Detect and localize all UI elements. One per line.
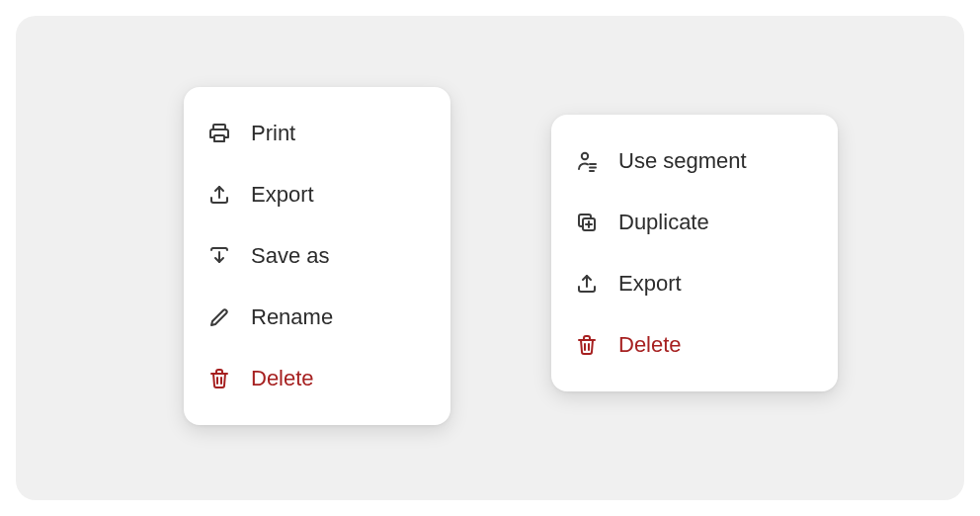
menu-item-label: Export — [251, 184, 314, 206]
menu-item-label: Save as — [251, 245, 330, 267]
menu-item-delete[interactable]: Delete — [551, 314, 838, 376]
menu-item-label: Print — [251, 123, 295, 144]
menu-item-print[interactable]: Print — [184, 103, 450, 164]
save-as-icon — [207, 244, 231, 268]
use-segment-icon — [575, 149, 599, 173]
duplicate-icon — [575, 211, 599, 234]
svg-point-2 — [582, 153, 588, 159]
menu-item-label: Use segment — [618, 150, 747, 172]
svg-rect-1 — [214, 135, 224, 141]
delete-icon — [575, 333, 599, 357]
delete-icon — [207, 367, 231, 390]
menu-item-label: Export — [618, 273, 682, 295]
menu-item-label: Delete — [618, 334, 682, 356]
export-icon — [575, 272, 599, 296]
canvas: Print Export S — [16, 16, 964, 500]
menu-item-export[interactable]: Export — [551, 253, 838, 314]
print-icon — [207, 122, 231, 145]
menu-item-label: Delete — [251, 368, 314, 389]
menu-item-delete[interactable]: Delete — [184, 348, 450, 409]
menu-item-save-as[interactable]: Save as — [184, 225, 450, 287]
menu-item-duplicate[interactable]: Duplicate — [551, 192, 838, 253]
export-icon — [207, 183, 231, 207]
menu-item-export[interactable]: Export — [184, 164, 450, 225]
menu-item-use-segment[interactable]: Use segment — [551, 130, 838, 192]
context-menu-a: Print Export S — [184, 87, 450, 425]
context-menu-b: Use segment Duplicate Exp — [551, 115, 838, 391]
menu-item-rename[interactable]: Rename — [184, 287, 450, 348]
menu-item-label: Rename — [251, 306, 333, 328]
rename-icon — [207, 305, 231, 329]
menu-item-label: Duplicate — [618, 212, 709, 233]
